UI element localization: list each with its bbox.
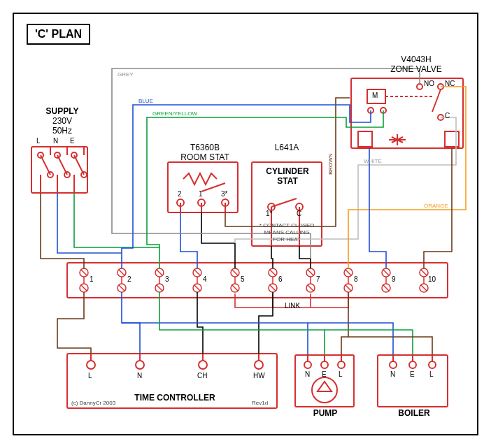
wc-3: 3: [165, 275, 169, 284]
svg-point-112: [429, 361, 436, 368]
svg-line-63: [232, 270, 238, 275]
roomstat-t2: 2: [178, 190, 182, 198]
svg-line-68: [270, 270, 276, 275]
wc-6: 6: [278, 275, 283, 284]
svg-line-75: [308, 285, 313, 291]
boiler-N: N: [390, 370, 395, 379]
tc-label: TIME CONTROLLER: [119, 393, 231, 403]
cylstat-note1: * CONTACT CLOSED: [255, 222, 319, 229]
svg-line-38: [271, 198, 297, 207]
svg-line-55: [157, 285, 162, 291]
svg-rect-41: [67, 263, 448, 298]
zonevalve-M: M: [372, 92, 378, 100]
svg-point-103: [321, 361, 328, 368]
boiler-L: L: [429, 370, 434, 379]
svg-point-94: [136, 361, 144, 369]
supply-block: [31, 147, 87, 193]
roomstat-label-2: ROOM STAT: [168, 152, 242, 162]
zonevalve-label-1: V4043H: [385, 55, 448, 64]
tc-HW: HW: [253, 372, 265, 380]
supply-label-2: 230V: [38, 116, 87, 126]
wc-1: 1: [90, 275, 94, 284]
svg-line-88: [421, 270, 427, 275]
revision: Rev1d: [252, 400, 268, 407]
cylstat-label-3: STAT: [256, 176, 319, 186]
svg-line-22: [432, 89, 441, 112]
pump-E: E: [322, 370, 327, 379]
svg-rect-109: [378, 355, 448, 407]
wc-5: 5: [241, 275, 245, 284]
boiler-E: E: [410, 370, 415, 379]
wire-grey: GREY: [118, 71, 134, 78]
wire-brown: BROWN: [327, 153, 334, 175]
pump-block: [295, 355, 354, 407]
svg-line-83: [383, 270, 389, 275]
svg-line-43: [81, 270, 87, 275]
supply-label-1: SUPPLY: [38, 106, 87, 116]
wire-white: WHITE: [364, 158, 382, 165]
wc-4: 4: [203, 275, 207, 284]
svg-line-65: [232, 285, 238, 291]
roomstat-label-1: T6360B: [173, 143, 236, 152]
svg-line-58: [194, 270, 200, 275]
cylstat-tC: C: [297, 210, 301, 218]
svg-rect-24: [445, 131, 459, 147]
svg-line-78: [346, 270, 351, 275]
wire-greenyellow: GREEN/YELLOW: [152, 110, 197, 117]
supply-L: L: [36, 137, 41, 145]
svg-point-96: [255, 361, 263, 369]
wiring-centre-block: [67, 263, 448, 298]
supply-label-3: 50Hz: [38, 126, 87, 136]
svg-line-45: [81, 285, 87, 291]
copyright: (c) DannyCr 2003: [71, 400, 115, 407]
wc-8: 8: [354, 275, 358, 284]
svg-line-73: [308, 270, 313, 275]
boiler-label: BOILER: [393, 408, 435, 418]
wc-link: LINK: [278, 302, 306, 310]
svg-point-111: [409, 361, 416, 368]
svg-point-102: [304, 361, 311, 368]
zonevalve-label-2: ZONE VALVE: [378, 64, 455, 74]
cylstat-t1: 1*: [266, 210, 272, 218]
pump-L: L: [339, 370, 343, 379]
wc-2: 2: [127, 275, 131, 284]
wire-orange: ORANGE: [424, 203, 448, 210]
supply-N: N: [53, 137, 58, 145]
room-stat-block: [168, 162, 238, 212]
diagram-stage: 'C' PLAN: [0, 0, 491, 448]
tc-L: L: [88, 372, 92, 380]
zonevalve-NO: NO: [424, 80, 434, 88]
cylstat-note2: MEANS CALLING: [255, 229, 319, 236]
pump-label: PUMP: [309, 408, 341, 418]
svg-line-85: [383, 285, 389, 291]
zonevalve-NC: NC: [445, 80, 455, 88]
boiler-block: [378, 355, 448, 407]
wc-7: 7: [316, 275, 320, 284]
svg-line-53: [157, 270, 162, 275]
tc-N: N: [137, 372, 142, 380]
svg-rect-23: [358, 131, 372, 147]
wc-10: 10: [428, 275, 436, 284]
svg-line-50: [119, 285, 124, 291]
svg-line-60: [194, 285, 200, 291]
supply-E: E: [70, 137, 75, 145]
cylstat-note3: FOR HEAT: [255, 236, 319, 243]
svg-point-104: [338, 361, 345, 368]
pump-N: N: [305, 370, 310, 379]
svg-point-110: [390, 361, 397, 368]
svg-line-80: [346, 285, 351, 291]
svg-line-48: [119, 270, 124, 275]
cylstat-label-1: L641A: [259, 143, 315, 152]
svg-point-95: [199, 361, 207, 369]
svg-line-90: [421, 285, 427, 291]
svg-point-93: [87, 361, 95, 369]
wire-blue: BLUE: [138, 98, 153, 105]
tc-CH: CH: [197, 372, 207, 380]
wc-9: 9: [392, 275, 396, 284]
zonevalve-C: C: [445, 112, 450, 120]
roomstat-t1: 1: [199, 190, 203, 198]
svg-line-70: [270, 285, 276, 291]
roomstat-t3: 3*: [221, 190, 227, 198]
cylstat-label-2: CYLINDER: [256, 166, 319, 176]
svg-point-19: [417, 84, 422, 89]
